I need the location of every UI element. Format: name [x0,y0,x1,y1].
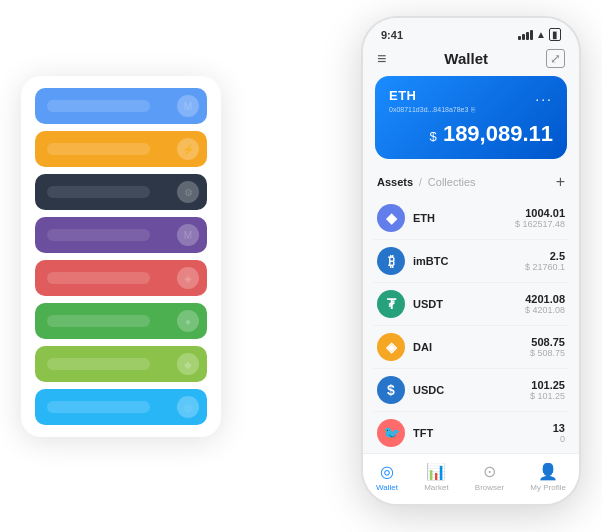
asset-item[interactable]: 🐦 TFT 13 0 [373,412,569,453]
asset-name: USDT [413,298,525,310]
app-header: ≡ Wallet ⤢ [363,45,579,76]
asset-name: USDC [413,384,530,396]
asset-icon-usdc: $ [377,376,405,404]
bg-row-7: ◆ [35,346,207,382]
asset-icon-eth: ◆ [377,204,405,232]
bg-row-2: ⚡ [35,131,207,167]
nav-item-wallet[interactable]: ◎ Wallet [376,462,398,492]
eth-more-button[interactable]: ... [535,88,553,104]
eth-card-header: ETH ... [389,88,553,104]
asset-item[interactable]: $ USDC 101.25 $ 101.25 [373,369,569,412]
asset-usd: 0 [553,434,565,444]
bg-row-6: ● [35,303,207,339]
tab-assets[interactable]: Assets [377,176,413,188]
assets-tabs: Assets / Collecties [377,176,476,188]
asset-item[interactable]: ◆ ETH 1004.01 $ 162517.48 [373,197,569,240]
asset-values: 2.5 $ 21760.1 [525,250,565,272]
asset-item[interactable]: ₮ USDT 4201.08 $ 4201.08 [373,283,569,326]
bg-card-widget: M ⚡ ⚙ M ◈ ● ◆ ◎ [21,76,221,437]
asset-values: 101.25 $ 101.25 [530,379,565,401]
page-title: Wallet [444,50,488,67]
expand-icon[interactable]: ⤢ [546,49,565,68]
status-bar: 9:41 ▲ ▮ [363,18,579,45]
asset-icon-usdt: ₮ [377,290,405,318]
status-time: 9:41 [381,29,403,41]
asset-icon-dai: ◈ [377,333,405,361]
nav-item-profile[interactable]: 👤 My Profile [530,462,566,492]
status-icons: ▲ ▮ [518,28,561,41]
asset-usd: $ 101.25 [530,391,565,401]
bg-row-4: M [35,217,207,253]
asset-icon-tft: 🐦 [377,419,405,447]
asset-item[interactable]: ₿ imBTC 2.5 $ 21760.1 [373,240,569,283]
asset-amount: 101.25 [530,379,565,391]
asset-amount: 4201.08 [525,293,565,305]
asset-item[interactable]: ◈ DAI 508.75 $ 508.75 [373,326,569,369]
bg-row-1: M [35,88,207,124]
nav-item-browser[interactable]: ⊙ Browser [475,462,504,492]
battery-icon: ▮ [549,28,561,41]
asset-values: 508.75 $ 508.75 [530,336,565,358]
nav-label-profile: My Profile [530,483,566,492]
asset-values: 4201.08 $ 4201.08 [525,293,565,315]
bg-row-8: ◎ [35,389,207,425]
eth-card[interactable]: ETH ... 0x08711d3d...8418a78e3 ⎘ $ 189,0… [375,76,567,159]
nav-label-browser: Browser [475,483,504,492]
nav-label-market: Market [424,483,448,492]
copy-icon[interactable]: ⎘ [471,106,475,113]
signal-icon [518,30,533,40]
bottom-nav: ◎ Wallet 📊 Market ⊙ Browser 👤 My Profile [363,453,579,504]
add-asset-button[interactable]: + [556,173,565,191]
asset-amount: 2.5 [525,250,565,262]
asset-values: 1004.01 $ 162517.48 [515,207,565,229]
asset-usd: $ 4201.08 [525,305,565,315]
asset-usd: $ 508.75 [530,348,565,358]
scene: M ⚡ ⚙ M ◈ ● ◆ ◎ [21,16,581,516]
eth-currency-symbol: $ [430,129,437,144]
eth-balance: $ 189,089.11 [389,121,553,147]
nav-item-market[interactable]: 📊 Market [424,462,448,492]
asset-icon-imbtc: ₿ [377,247,405,275]
bg-row-3: ⚙ [35,174,207,210]
market-icon: 📊 [426,462,446,481]
wallet-icon: ◎ [380,462,394,481]
eth-address: 0x08711d3d...8418a78e3 ⎘ [389,106,553,113]
bg-row-5: ◈ [35,260,207,296]
wifi-icon: ▲ [536,29,546,40]
nav-label-wallet: Wallet [376,483,398,492]
asset-name: DAI [413,341,530,353]
asset-amount: 13 [553,422,565,434]
phone-mockup: 9:41 ▲ ▮ ≡ Wallet ⤢ ETH ... [361,16,581,506]
assets-header: Assets / Collecties + [363,169,579,197]
menu-icon[interactable]: ≡ [377,50,386,68]
eth-ticker-label: ETH [389,88,417,103]
asset-amount: 508.75 [530,336,565,348]
asset-usd: $ 21760.1 [525,262,565,272]
asset-name: TFT [413,427,553,439]
asset-values: 13 0 [553,422,565,444]
asset-list: ◆ ETH 1004.01 $ 162517.48 ₿ imBTC 2.5 $ … [363,197,579,453]
profile-icon: 👤 [538,462,558,481]
asset-usd: $ 162517.48 [515,219,565,229]
tab-collectibles[interactable]: Collecties [428,176,476,188]
asset-name: ETH [413,212,515,224]
browser-icon: ⊙ [483,462,496,481]
asset-name: imBTC [413,255,525,267]
asset-amount: 1004.01 [515,207,565,219]
